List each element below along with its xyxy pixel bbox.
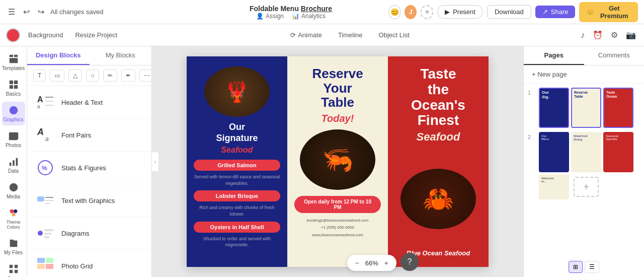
sidebar-item-graphics[interactable]: Graphics (2, 102, 25, 125)
toolbar2-right: ♪ ⏰ ⚙ 📷 (579, 28, 638, 42)
share-icon: ↗ (542, 8, 548, 16)
page-thumb-1c[interactable]: TasteOcean (603, 88, 633, 128)
animate-icon: ⟳ (290, 31, 296, 39)
document-title[interactable]: Foldable Menu Brochure (250, 5, 332, 13)
panel-item-stats[interactable]: % Stats & Figures (27, 152, 151, 184)
reaction-button[interactable]: 😊 (388, 5, 400, 19)
tool-row: T ▭ △ ○ ✏ ✒ ⋯ (27, 65, 151, 86)
sidebar-item-media[interactable]: Media (2, 179, 25, 202)
pen-tool[interactable]: ✏ (103, 70, 117, 82)
page-thumb-1b[interactable]: ReserveTable (571, 88, 601, 128)
sidebar-item-basics[interactable]: Basics (2, 76, 25, 100)
svg-rect-39 (37, 258, 45, 263)
stats-icon: % (35, 158, 55, 178)
tab-pages[interactable]: Pages (524, 46, 584, 65)
font-pairs-label: Font Pairs (61, 131, 91, 139)
rect-tool[interactable]: ▭ (50, 70, 64, 82)
zoom-in-button[interactable]: + (382, 257, 390, 269)
left-panel: Design Blocks My Blocks T ▭ △ ○ ✏ ✒ ⋯ Aa (27, 46, 152, 277)
page-item-2: 2 OurMenu WaterfrontDining SeasonalSpeci… (528, 132, 640, 199)
header-text-icon: Aa (35, 92, 55, 112)
sidebar-item-theme-colors[interactable]: Theme Colors (2, 204, 25, 233)
object-list-button[interactable]: Object List (375, 29, 414, 41)
svg-rect-42 (46, 264, 53, 269)
page-thumb-1a[interactable]: OurSig. (539, 88, 569, 128)
menu-desc-2: Rich and creamy with chunks of fresh lob… (194, 204, 280, 217)
background-button[interactable]: Background (24, 29, 67, 41)
premium-button[interactable]: 👑 Get Premium (579, 2, 638, 22)
diagrams-icon (35, 223, 55, 243)
circle-tool[interactable]: ○ (86, 70, 99, 82)
svg-point-7 (9, 106, 18, 115)
alarm-icon[interactable]: ⏰ (591, 28, 605, 42)
triangle-tool[interactable]: △ (68, 70, 82, 82)
text-tool[interactable]: T (33, 70, 46, 82)
page-thumb-2c[interactable]: SeasonalSpecials (603, 132, 633, 172)
sidebar-item-data[interactable]: Data (2, 153, 25, 177)
svg-text:a: a (37, 104, 40, 109)
contact-info: bookings@blueoceanseafood.com +1 (555) 0… (307, 217, 369, 239)
panel-item-font-pairs[interactable]: Aa Font Pairs (27, 119, 151, 152)
pencil-tool[interactable]: ✒ (121, 70, 135, 82)
more-tools[interactable]: ⋯ (139, 70, 152, 82)
panel-item-diagrams[interactable]: Diagrams (27, 217, 151, 250)
camera-icon[interactable]: 📷 (624, 28, 638, 42)
panel2-script: Today! (321, 113, 354, 124)
analytics-btn[interactable]: 📊 Analytics (292, 13, 326, 20)
panel1-script: Seafood (221, 146, 253, 155)
svg-rect-40 (46, 258, 53, 263)
right-panel-tabs: Pages Comments (524, 46, 644, 65)
panel-item-photo-grid[interactable]: Photo Grid (27, 250, 151, 277)
svg-rect-4 (14, 81, 17, 84)
page-number-2: 2 (528, 132, 535, 140)
panel-item-text-graphics[interactable]: Text with Graphics (27, 184, 151, 217)
background-color-picker[interactable] (6, 28, 20, 42)
sidebar-item-templates[interactable]: Templates (2, 50, 25, 74)
redo-button[interactable]: ↪ (36, 5, 46, 19)
topbar-right: 😊 J + ▶ Present Download ↗ Share 👑 Get P… (388, 2, 638, 22)
zoom-out-button[interactable]: − (353, 257, 361, 269)
saved-status: All changes saved (50, 8, 104, 16)
panel3-script: Seafood (417, 130, 460, 144)
list-view-button[interactable]: ☰ (585, 261, 599, 273)
svg-point-17 (12, 213, 15, 216)
download-button[interactable]: Download (487, 5, 531, 19)
assign-btn[interactable]: 👤 Assign (256, 13, 284, 20)
music-icon[interactable]: ♪ (579, 29, 587, 42)
grid-view-button[interactable]: ⊞ (569, 261, 583, 273)
tab-my-blocks[interactable]: My Blocks (90, 46, 152, 65)
panel-item-header-text[interactable]: Aa Header & Text (27, 86, 151, 119)
settings-icon[interactable]: ⚙ (609, 28, 620, 42)
svg-rect-20 (9, 270, 12, 273)
help-button[interactable]: ? (400, 253, 419, 271)
page-thumb-2d[interactable]: Welcometo... (539, 174, 569, 199)
sidebar-item-apps[interactable]: Apps (2, 260, 25, 277)
sidebar-label-photos: Photos (6, 143, 21, 148)
undo-button[interactable]: ↩ (21, 5, 32, 19)
tab-design-blocks[interactable]: Design Blocks (27, 46, 90, 65)
sidebar-item-my-files[interactable]: My Files (2, 235, 25, 258)
page-thumb-2b[interactable]: WaterfrontDining (571, 132, 601, 172)
share-button[interactable]: ↗ Share (535, 6, 576, 18)
hamburger-button[interactable]: ☰ (6, 5, 17, 19)
topbar-center: Foldable Menu Brochure 👤 Assign 📊 Analyt… (197, 5, 384, 20)
sidebar-item-photos[interactable]: Photos (2, 127, 25, 151)
collapse-panel-button[interactable]: ‹ (152, 152, 159, 172)
photo-grid-icon (35, 256, 55, 276)
add-collaborator-button[interactable]: + (421, 5, 433, 19)
resize-button[interactable]: Resize Project (71, 29, 121, 41)
topbar-left: ☰ ↩ ↪ All changes saved (6, 5, 193, 19)
svg-rect-11 (13, 160, 15, 166)
tab-comments[interactable]: Comments (584, 46, 645, 65)
avatar[interactable]: J (405, 5, 417, 19)
svg-point-9 (11, 134, 13, 136)
svg-rect-21 (14, 270, 17, 273)
animate-button[interactable]: ⟳ Animate (286, 29, 326, 41)
page-thumb-2a[interactable]: OurMenu (539, 132, 569, 172)
add-page-button[interactable]: + (574, 177, 599, 197)
present-button[interactable]: ▶ Present (437, 5, 483, 19)
timeline-button[interactable]: Timeline (334, 29, 367, 41)
svg-rect-10 (9, 163, 11, 166)
header-text-label: Header & Text (61, 99, 103, 106)
new-page-button[interactable]: + New page (524, 65, 644, 84)
